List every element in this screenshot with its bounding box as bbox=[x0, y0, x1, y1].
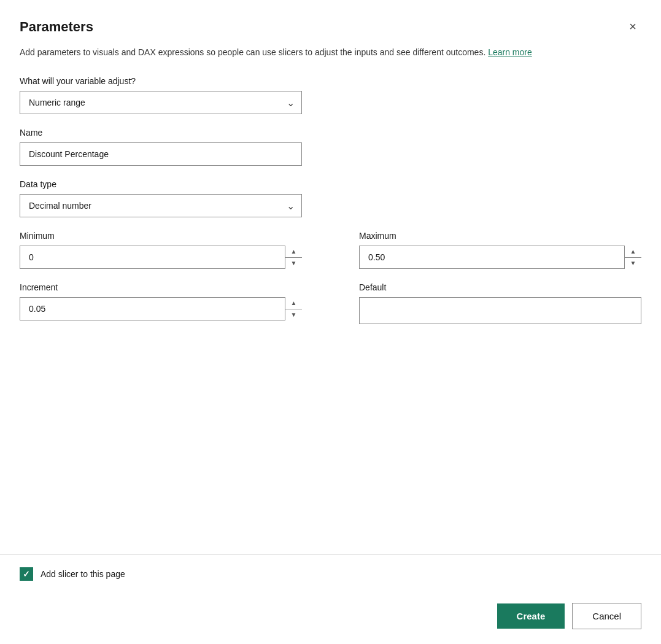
create-button[interactable]: Create bbox=[497, 603, 565, 629]
maximum-spin-down[interactable]: ▼ bbox=[625, 258, 641, 270]
maximum-group: Maximum ▲ ▼ bbox=[359, 231, 641, 269]
increment-spin-up[interactable]: ▲ bbox=[285, 297, 302, 309]
footer-checkbox-area: ✓ Add slicer to this page bbox=[0, 554, 661, 593]
variable-type-group: What will your variable adjust? Numeric … bbox=[20, 76, 641, 114]
datatype-group: Data type Decimal number Integer Text Da… bbox=[20, 179, 641, 217]
default-label: Default bbox=[359, 282, 641, 292]
maximum-label: Maximum bbox=[359, 231, 641, 241]
datatype-label: Data type bbox=[20, 179, 641, 189]
minimum-spin-up[interactable]: ▲ bbox=[285, 246, 302, 258]
add-slicer-checkbox-wrapper[interactable]: ✓ Add slicer to this page bbox=[20, 567, 125, 581]
minimum-input-wrapper: ▲ ▼ bbox=[20, 246, 302, 269]
minimum-group: Minimum ▲ ▼ bbox=[20, 231, 302, 269]
increment-group: Increment ▲ ▼ bbox=[20, 282, 302, 320]
increment-col: Increment ▲ ▼ bbox=[20, 282, 302, 338]
default-group: Default bbox=[359, 282, 641, 324]
cancel-button[interactable]: Cancel bbox=[572, 603, 641, 629]
minimum-input[interactable] bbox=[20, 246, 302, 269]
min-max-row: Minimum ▲ ▼ Maximum bbox=[20, 231, 641, 282]
dialog-title: Parameters bbox=[20, 19, 93, 35]
maximum-spin-up[interactable]: ▲ bbox=[625, 246, 641, 258]
close-button[interactable]: × bbox=[624, 17, 641, 36]
checkmark-icon: ✓ bbox=[23, 570, 30, 578]
minimum-spin-down[interactable]: ▼ bbox=[285, 258, 302, 270]
increment-spin-down[interactable]: ▼ bbox=[285, 309, 302, 321]
parameters-dialog: Parameters × Add parameters to visuals a… bbox=[0, 0, 661, 644]
minimum-col: Minimum ▲ ▼ bbox=[20, 231, 302, 282]
datatype-select[interactable]: Decimal number Integer Text Date bbox=[20, 194, 302, 217]
default-col: Default bbox=[359, 282, 641, 338]
maximum-col: Maximum ▲ ▼ bbox=[359, 231, 641, 282]
learn-more-link[interactable]: Learn more bbox=[488, 47, 532, 57]
variable-label: What will your variable adjust? bbox=[20, 76, 641, 86]
increment-input[interactable] bbox=[20, 297, 302, 320]
increment-spin-buttons: ▲ ▼ bbox=[285, 297, 302, 320]
description-text: Add parameters to visuals and DAX expres… bbox=[20, 46, 641, 59]
variable-select[interactable]: Numeric range List of values Boolean bbox=[20, 91, 302, 114]
name-label: Name bbox=[20, 128, 641, 138]
name-input[interactable] bbox=[20, 142, 302, 166]
increment-input-wrapper: ▲ ▼ bbox=[20, 297, 302, 320]
maximum-input[interactable] bbox=[359, 246, 641, 269]
name-group: Name bbox=[20, 128, 641, 166]
add-slicer-checkbox[interactable]: ✓ bbox=[20, 567, 33, 581]
dialog-header: Parameters × bbox=[0, 0, 661, 46]
maximum-input-wrapper: ▲ ▼ bbox=[359, 246, 641, 269]
add-slicer-label: Add slicer to this page bbox=[41, 569, 125, 579]
increment-default-row: Increment ▲ ▼ Default bbox=[20, 282, 641, 338]
default-input-wrapper bbox=[359, 297, 641, 324]
default-input[interactable] bbox=[359, 297, 641, 324]
dialog-body: Add parameters to visuals and DAX expres… bbox=[0, 46, 661, 554]
maximum-spin-buttons: ▲ ▼ bbox=[624, 246, 641, 269]
footer-actions: Create Cancel bbox=[0, 593, 661, 644]
increment-label: Increment bbox=[20, 282, 302, 292]
minimum-spin-buttons: ▲ ▼ bbox=[285, 246, 302, 269]
minimum-label: Minimum bbox=[20, 231, 302, 241]
variable-select-wrapper: Numeric range List of values Boolean ⌄ bbox=[20, 91, 302, 114]
datatype-select-wrapper: Decimal number Integer Text Date ⌄ bbox=[20, 194, 302, 217]
